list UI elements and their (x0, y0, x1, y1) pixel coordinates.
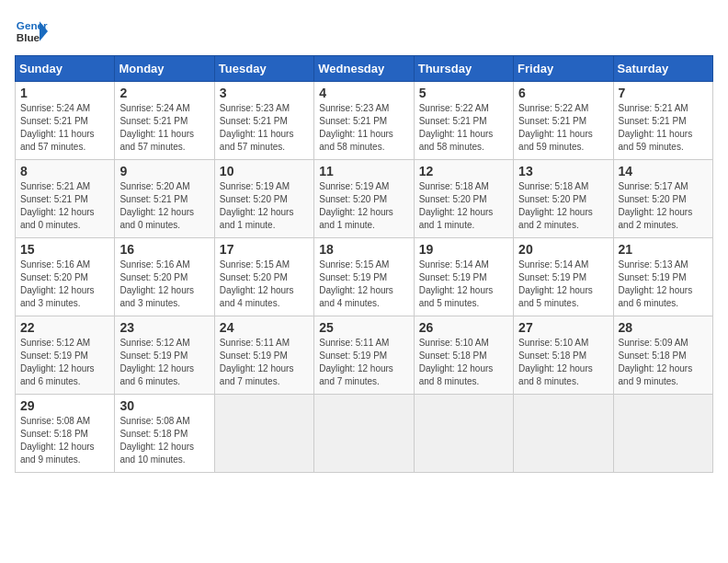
calendar-day-cell: 6 Sunrise: 5:22 AMSunset: 5:21 PMDayligh… (514, 82, 613, 160)
day-info: Sunrise: 5:17 AMSunset: 5:20 PMDaylight:… (619, 181, 693, 230)
calendar-day-cell: 9 Sunrise: 5:20 AMSunset: 5:21 PMDayligh… (115, 160, 214, 238)
day-info: Sunrise: 5:16 AMSunset: 5:20 PMDaylight:… (20, 259, 95, 308)
calendar-day-cell (514, 395, 613, 473)
calendar-day-cell: 26 Sunrise: 5:10 AMSunset: 5:18 PMDaylig… (414, 316, 513, 395)
day-number: 24 (220, 320, 309, 335)
day-number: 18 (319, 242, 408, 257)
day-info: Sunrise: 5:10 AMSunset: 5:18 PMDaylight:… (518, 338, 593, 386)
calendar-day-cell: 10 Sunrise: 5:19 AMSunset: 5:20 PMDaylig… (214, 160, 313, 238)
day-info: Sunrise: 5:18 AMSunset: 5:20 PMDaylight:… (518, 181, 593, 230)
calendar-day-cell: 22 Sunrise: 5:12 AMSunset: 5:19 PMDaylig… (16, 316, 115, 395)
day-info: Sunrise: 5:14 AMSunset: 5:19 PMDaylight:… (518, 259, 593, 308)
day-number: 29 (20, 398, 109, 413)
calendar-day-cell: 20 Sunrise: 5:14 AMSunset: 5:19 PMDaylig… (514, 238, 613, 316)
day-number: 13 (518, 164, 608, 178)
day-info: Sunrise: 5:14 AMSunset: 5:19 PMDaylight:… (419, 259, 494, 308)
day-info: Sunrise: 5:11 AMSunset: 5:19 PMDaylight:… (319, 338, 393, 386)
day-number: 26 (419, 320, 508, 335)
calendar-day-cell (314, 395, 414, 473)
day-number: 20 (518, 242, 608, 257)
calendar-day-cell: 11 Sunrise: 5:19 AMSunset: 5:20 PMDaylig… (314, 160, 414, 238)
svg-text:Blue: Blue (17, 31, 40, 43)
day-info: Sunrise: 5:08 AMSunset: 5:18 PMDaylight:… (20, 416, 95, 465)
day-number: 19 (419, 242, 508, 257)
day-info: Sunrise: 5:16 AMSunset: 5:20 PMDaylight:… (119, 259, 194, 308)
calendar-day-cell: 7 Sunrise: 5:21 AMSunset: 5:21 PMDayligh… (613, 82, 712, 160)
day-number: 30 (119, 398, 209, 413)
day-number: 2 (119, 86, 209, 100)
calendar-day-cell: 8 Sunrise: 5:21 AMSunset: 5:21 PMDayligh… (16, 160, 115, 238)
logo: General Blue (15, 15, 48, 48)
day-number: 27 (518, 320, 608, 335)
day-info: Sunrise: 5:22 AMSunset: 5:21 PMDaylight:… (419, 103, 494, 152)
calendar-day-cell: 18 Sunrise: 5:15 AMSunset: 5:19 PMDaylig… (314, 238, 414, 316)
calendar-day-cell: 15 Sunrise: 5:16 AMSunset: 5:20 PMDaylig… (16, 238, 115, 316)
day-info: Sunrise: 5:09 AMSunset: 5:18 PMDaylight:… (619, 338, 693, 386)
day-info: Sunrise: 5:21 AMSunset: 5:21 PMDaylight:… (20, 181, 95, 230)
calendar-header: SundayMondayTuesdayWednesdayThursdayFrid… (16, 56, 713, 82)
day-number: 6 (518, 86, 608, 100)
calendar-day-cell: 14 Sunrise: 5:17 AMSunset: 5:20 PMDaylig… (613, 160, 712, 238)
day-number: 25 (319, 320, 408, 335)
day-number: 14 (619, 164, 708, 178)
calendar-week-row: 15 Sunrise: 5:16 AMSunset: 5:20 PMDaylig… (16, 238, 713, 316)
day-info: Sunrise: 5:20 AMSunset: 5:21 PMDaylight:… (119, 181, 194, 230)
weekday-header: Sunday (16, 56, 115, 82)
calendar-day-cell: 4 Sunrise: 5:23 AMSunset: 5:21 PMDayligh… (314, 82, 414, 160)
calendar-day-cell: 3 Sunrise: 5:23 AMSunset: 5:21 PMDayligh… (214, 82, 313, 160)
day-number: 22 (20, 320, 109, 335)
calendar-week-row: 8 Sunrise: 5:21 AMSunset: 5:21 PMDayligh… (16, 160, 713, 238)
calendar-day-cell: 2 Sunrise: 5:24 AMSunset: 5:21 PMDayligh… (115, 82, 214, 160)
calendar-table: SundayMondayTuesdayWednesdayThursdayFrid… (15, 55, 713, 473)
day-number: 21 (619, 242, 708, 257)
page-header: General Blue (15, 15, 713, 48)
day-number: 12 (419, 164, 508, 178)
day-info: Sunrise: 5:23 AMSunset: 5:21 PMDaylight:… (220, 103, 294, 152)
calendar-day-cell: 1 Sunrise: 5:24 AMSunset: 5:21 PMDayligh… (16, 82, 115, 160)
weekday-header: Thursday (414, 56, 513, 82)
calendar-day-cell (613, 395, 712, 473)
calendar-week-row: 22 Sunrise: 5:12 AMSunset: 5:19 PMDaylig… (16, 316, 713, 395)
day-number: 8 (20, 164, 109, 178)
calendar-day-cell: 28 Sunrise: 5:09 AMSunset: 5:18 PMDaylig… (613, 316, 712, 395)
day-info: Sunrise: 5:23 AMSunset: 5:21 PMDaylight:… (319, 103, 393, 152)
day-number: 15 (20, 242, 109, 257)
day-number: 7 (619, 86, 708, 100)
day-number: 17 (220, 242, 309, 257)
weekday-header: Tuesday (214, 56, 313, 82)
day-number: 10 (220, 164, 309, 178)
calendar-day-cell: 23 Sunrise: 5:12 AMSunset: 5:19 PMDaylig… (115, 316, 214, 395)
day-number: 11 (319, 164, 408, 178)
day-number: 4 (319, 86, 408, 100)
day-info: Sunrise: 5:08 AMSunset: 5:18 PMDaylight:… (119, 416, 194, 465)
calendar-day-cell: 17 Sunrise: 5:15 AMSunset: 5:20 PMDaylig… (214, 238, 313, 316)
day-info: Sunrise: 5:19 AMSunset: 5:20 PMDaylight:… (319, 181, 393, 230)
calendar-week-row: 29 Sunrise: 5:08 AMSunset: 5:18 PMDaylig… (16, 395, 713, 473)
day-number: 28 (619, 320, 708, 335)
calendar-day-cell: 30 Sunrise: 5:08 AMSunset: 5:18 PMDaylig… (115, 395, 214, 473)
weekday-header: Wednesday (314, 56, 414, 82)
weekday-header: Monday (115, 56, 214, 82)
day-info: Sunrise: 5:15 AMSunset: 5:19 PMDaylight:… (319, 259, 393, 308)
day-number: 23 (119, 320, 209, 335)
calendar-day-cell: 25 Sunrise: 5:11 AMSunset: 5:19 PMDaylig… (314, 316, 414, 395)
calendar-day-cell (414, 395, 513, 473)
day-number: 9 (119, 164, 209, 178)
day-number: 5 (419, 86, 508, 100)
day-info: Sunrise: 5:10 AMSunset: 5:18 PMDaylight:… (419, 338, 494, 386)
calendar-day-cell: 27 Sunrise: 5:10 AMSunset: 5:18 PMDaylig… (514, 316, 613, 395)
day-number: 16 (119, 242, 209, 257)
day-info: Sunrise: 5:11 AMSunset: 5:19 PMDaylight:… (220, 338, 294, 386)
calendar-day-cell: 16 Sunrise: 5:16 AMSunset: 5:20 PMDaylig… (115, 238, 214, 316)
day-info: Sunrise: 5:21 AMSunset: 5:21 PMDaylight:… (619, 103, 693, 152)
day-info: Sunrise: 5:22 AMSunset: 5:21 PMDaylight:… (518, 103, 593, 152)
calendar-day-cell (214, 395, 313, 473)
day-info: Sunrise: 5:24 AMSunset: 5:21 PMDaylight:… (20, 103, 95, 152)
weekday-header: Friday (514, 56, 613, 82)
day-info: Sunrise: 5:12 AMSunset: 5:19 PMDaylight:… (20, 338, 95, 386)
day-info: Sunrise: 5:15 AMSunset: 5:20 PMDaylight:… (220, 259, 294, 308)
calendar-day-cell: 19 Sunrise: 5:14 AMSunset: 5:19 PMDaylig… (414, 238, 513, 316)
day-info: Sunrise: 5:12 AMSunset: 5:19 PMDaylight:… (119, 338, 194, 386)
day-info: Sunrise: 5:13 AMSunset: 5:19 PMDaylight:… (619, 259, 693, 308)
calendar-day-cell: 12 Sunrise: 5:18 AMSunset: 5:20 PMDaylig… (414, 160, 513, 238)
